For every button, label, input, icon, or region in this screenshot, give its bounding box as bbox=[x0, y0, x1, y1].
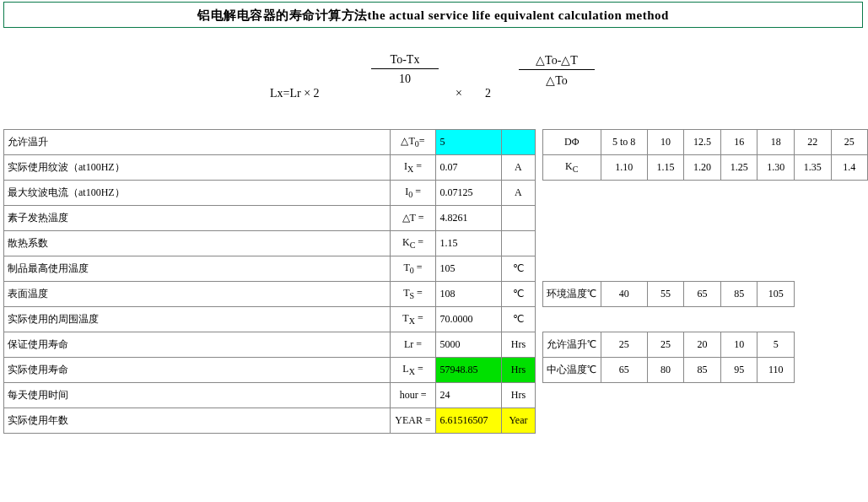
row-allowable-rise: 允许温升 △T0= 5 DΦ 5 to 8 10 12.5 16 18 22 2… bbox=[4, 130, 868, 155]
value-output: 6.61516507 bbox=[436, 408, 502, 434]
symbol: KC = bbox=[390, 231, 436, 256]
label: 每天使用时间 bbox=[4, 383, 391, 408]
symbol: YEAR = bbox=[390, 408, 436, 434]
row-t0: 制品最高使用温度 T0 = 105 ℃ bbox=[4, 256, 868, 282]
symbol: LX = bbox=[390, 358, 436, 383]
value: 4.8261 bbox=[436, 206, 502, 231]
label: 允许温升 bbox=[4, 130, 391, 155]
center-temp-0: 65 bbox=[601, 358, 647, 383]
unit: ℃ bbox=[502, 282, 536, 307]
env-temp-4: 105 bbox=[757, 282, 795, 307]
frac1-num: To-Tx bbox=[371, 53, 439, 69]
dphi-h3: 16 bbox=[720, 130, 757, 155]
symbol: △T = bbox=[390, 206, 436, 231]
env-temp-1: 55 bbox=[647, 282, 684, 307]
formula-exponent-1: To-Tx 10 bbox=[371, 53, 439, 86]
value-output: 57948.85 bbox=[436, 358, 502, 383]
dphi-h6: 25 bbox=[831, 130, 868, 155]
env-temp-3: 85 bbox=[720, 282, 757, 307]
allow-rise-2: 20 bbox=[684, 332, 721, 358]
value-input[interactable]: 70.0000 bbox=[436, 307, 502, 332]
unit bbox=[502, 231, 536, 256]
label: 保证使用寿命 bbox=[4, 332, 391, 358]
env-temp-label: 环境温度℃ bbox=[542, 282, 601, 307]
kc-h2: 1.20 bbox=[684, 155, 721, 181]
row-year: 实际使用年数 YEAR = 6.61516507 Year bbox=[4, 408, 868, 434]
kc-h0: 1.10 bbox=[601, 155, 647, 181]
kc-label: KC bbox=[542, 155, 601, 181]
formula-exponent-2: △To-△T △To bbox=[519, 53, 595, 88]
frac2-num: △To-△T bbox=[519, 53, 595, 70]
row-ix: 实际使用纹波（at100HZ） IX = 0.07 A KC 1.10 1.15… bbox=[4, 155, 868, 181]
kc-h1: 1.15 bbox=[647, 155, 684, 181]
row-kc: 散热系数 KC = 1.15 bbox=[4, 231, 868, 256]
symbol: hour = bbox=[390, 383, 436, 408]
label: 实际使用纹波（at100HZ） bbox=[4, 155, 391, 181]
symbol: TS = bbox=[390, 282, 436, 307]
value-input[interactable]: 5000 bbox=[436, 332, 502, 358]
allow-rise-label: 允许温升℃ bbox=[542, 332, 601, 358]
label: 实际使用年数 bbox=[4, 408, 391, 434]
dphi-h2: 12.5 bbox=[684, 130, 721, 155]
row-hour: 每天使用时间 hour = 24 Hrs bbox=[4, 383, 868, 408]
kc-h3: 1.25 bbox=[720, 155, 757, 181]
value-input[interactable]: 0.07125 bbox=[436, 181, 502, 206]
label: 实际使用的周围温度 bbox=[4, 307, 391, 332]
center-temp-2: 85 bbox=[684, 358, 721, 383]
symbol: IX = bbox=[390, 155, 436, 181]
row-delta-t: 素子发热温度 △T = 4.8261 bbox=[4, 206, 868, 231]
row-lr: 保证使用寿命 Lr = 5000 Hrs 允许温升℃ 25 25 20 10 5 bbox=[4, 332, 868, 358]
allow-rise-3: 10 bbox=[720, 332, 757, 358]
center-temp-4: 110 bbox=[757, 358, 795, 383]
formula-times: × bbox=[456, 87, 462, 100]
dphi-h1: 10 bbox=[647, 130, 684, 155]
kc-h5: 1.35 bbox=[794, 155, 831, 181]
label: 素子发热温度 bbox=[4, 206, 391, 231]
value-input[interactable]: 105 bbox=[436, 256, 502, 282]
row-tx: 实际使用的周围温度 TX = 70.0000 ℃ bbox=[4, 307, 868, 332]
unit: Hrs bbox=[502, 358, 536, 383]
row-ts: 表面温度 TS = 108 ℃ 环境温度℃ 40 55 65 85 105 bbox=[4, 282, 868, 307]
unit bbox=[502, 130, 536, 155]
formula-prefix: Lx=Lr × 2 bbox=[270, 87, 320, 100]
unit: A bbox=[502, 155, 536, 181]
formula: Lx=Lr × 2 To-Tx 10 × 2 △To-△T △To bbox=[0, 53, 868, 121]
value-input[interactable]: 24 bbox=[436, 383, 502, 408]
unit: A bbox=[502, 181, 536, 206]
formula-base2: 2 bbox=[485, 87, 491, 100]
symbol: △T0= bbox=[390, 130, 436, 155]
unit: Hrs bbox=[502, 332, 536, 358]
env-temp-2: 65 bbox=[684, 282, 721, 307]
unit: ℃ bbox=[502, 307, 536, 332]
kc-h4: 1.30 bbox=[757, 155, 795, 181]
row-lx: 实际使用寿命 LX = 57948.85 Hrs 中心温度℃ 65 80 85 … bbox=[4, 358, 868, 383]
allow-rise-4: 5 bbox=[757, 332, 795, 358]
env-temp-0: 40 bbox=[601, 282, 647, 307]
label: 实际使用寿命 bbox=[4, 358, 391, 383]
kc-h6: 1.4 bbox=[831, 155, 868, 181]
unit: ℃ bbox=[502, 256, 536, 282]
symbol: Lr = bbox=[390, 332, 436, 358]
dphi-h0: 5 to 8 bbox=[601, 130, 647, 155]
page-title: 铝电解电容器的寿命计算方法the actual service life equ… bbox=[3, 2, 863, 28]
label: 最大纹波电流（at100HZ） bbox=[4, 181, 391, 206]
value-input[interactable]: 0.07 bbox=[436, 155, 502, 181]
symbol: T0 = bbox=[390, 256, 436, 282]
unit: Year bbox=[502, 408, 536, 434]
label: 表面温度 bbox=[4, 282, 391, 307]
symbol: I0 = bbox=[390, 181, 436, 206]
symbol: TX = bbox=[390, 307, 436, 332]
frac2-den: △To bbox=[519, 70, 595, 88]
row-i0: 最大纹波电流（at100HZ） I0 = 0.07125 A bbox=[4, 181, 868, 206]
value: 108 bbox=[436, 282, 502, 307]
allow-rise-0: 25 bbox=[601, 332, 647, 358]
label: 制品最高使用温度 bbox=[4, 256, 391, 282]
label: 散热系数 bbox=[4, 231, 391, 256]
value-input[interactable]: 5 bbox=[436, 130, 502, 155]
dphi-label: DΦ bbox=[542, 130, 601, 155]
dphi-h5: 22 bbox=[794, 130, 831, 155]
parameter-table: 允许温升 △T0= 5 DΦ 5 to 8 10 12.5 16 18 22 2… bbox=[3, 129, 868, 434]
unit bbox=[502, 206, 536, 231]
value-input[interactable]: 1.15 bbox=[436, 231, 502, 256]
allow-rise-1: 25 bbox=[647, 332, 684, 358]
